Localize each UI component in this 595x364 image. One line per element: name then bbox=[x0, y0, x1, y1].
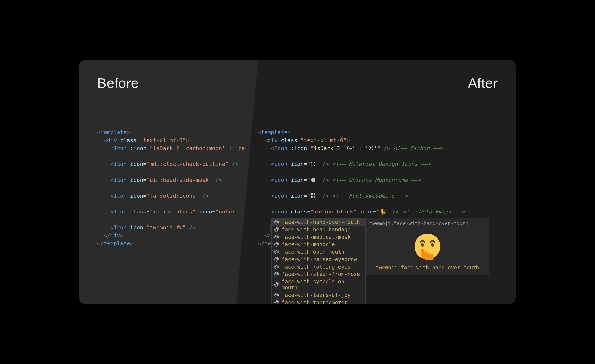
attr-div-class: text-xl mt-6 bbox=[143, 137, 182, 143]
svg-line-7 bbox=[369, 149, 370, 150]
expr-mid: ' : ' bbox=[352, 145, 368, 151]
autocomplete-popup[interactable]: face-with-hand-over-mouthface-with-head-… bbox=[271, 218, 366, 304]
tag-template: template bbox=[100, 129, 127, 135]
close-div-partial: </ bbox=[265, 232, 271, 239]
palette-icon bbox=[274, 235, 279, 240]
svg-point-52 bbox=[275, 302, 276, 302]
cat-emoji-icon: 🐈 bbox=[379, 209, 386, 215]
comment-carbon: Carbon bbox=[410, 145, 430, 151]
val-icon6: twemoji:fw bbox=[150, 224, 182, 231]
autocomplete-item-label: face-with-tears-of-joy bbox=[282, 292, 351, 298]
preview-emoji bbox=[366, 228, 489, 263]
svg-point-11 bbox=[311, 196, 313, 198]
autocomplete-item-label: face-with-monocle bbox=[282, 242, 335, 247]
svg-point-39 bbox=[277, 267, 278, 267]
svg-point-38 bbox=[277, 266, 278, 266]
val-icon3: uim:head-side-mask bbox=[150, 177, 209, 183]
autocomplete-item[interactable]: face-with-head-bandage bbox=[272, 226, 365, 233]
autocomplete-item[interactable]: face-with-steam-from-nose bbox=[272, 271, 365, 278]
code-before: <template> <div class="text-xl mt-6"> <I… bbox=[97, 121, 245, 247]
sun-icon bbox=[368, 145, 374, 151]
val-icon5-class: inline-block bbox=[153, 209, 192, 215]
autocomplete-item[interactable]: face-with-rolling-eyes bbox=[272, 263, 365, 271]
val-icon1: isDark ? 'carbon:moon' : 'ca bbox=[153, 145, 245, 151]
svg-point-41 bbox=[276, 273, 277, 273]
svg-point-49 bbox=[276, 294, 277, 294]
palette-icon bbox=[274, 293, 279, 298]
svg-point-21 bbox=[276, 236, 277, 236]
autocomplete-item-label: face-with-rolling-eyes bbox=[282, 264, 351, 270]
comment-noto: Noto Emoji bbox=[419, 209, 452, 215]
val-icon2: mdi:clock-check-outline bbox=[150, 161, 225, 167]
svg-point-18 bbox=[277, 229, 278, 229]
palette-icon bbox=[274, 220, 279, 225]
svg-point-23 bbox=[277, 237, 278, 238]
svg-point-43 bbox=[277, 274, 278, 275]
icon-preview-popup: twemoji:face-with-hand-over-mouth twemoj… bbox=[366, 218, 489, 275]
val-icon5: noto: bbox=[219, 209, 235, 215]
attr-icon-bind: :icon bbox=[130, 145, 146, 151]
icon5-class-after: inline-block bbox=[314, 209, 353, 215]
autocomplete-item[interactable]: face-with-hand-over-mouth bbox=[272, 218, 365, 226]
fa-icons-icon bbox=[310, 193, 316, 198]
palette-icon bbox=[274, 300, 279, 304]
val-icon4: fa-solid:icons bbox=[150, 193, 196, 199]
palette-icon bbox=[274, 282, 279, 287]
autocomplete-item[interactable]: face-with-symbols-on-mouth bbox=[272, 278, 365, 291]
svg-point-20 bbox=[275, 236, 276, 237]
svg-point-55 bbox=[277, 303, 278, 303]
svg-point-30 bbox=[277, 251, 278, 251]
svg-point-54 bbox=[277, 302, 278, 302]
palette-icon bbox=[274, 249, 279, 254]
autocomplete-item-label: face-with-raised-eyebrow bbox=[282, 256, 357, 262]
preview-header: twemoji:face-with-hand-over-mouth bbox=[366, 218, 489, 228]
autocomplete-item[interactable]: face-with-thermometer bbox=[272, 299, 365, 304]
svg-point-36 bbox=[275, 266, 276, 267]
autocomplete-item-label: face-with-hand-over-mouth bbox=[282, 219, 360, 225]
autocomplete-item[interactable]: face-with-open-mouth bbox=[272, 248, 365, 256]
autocomplete-item[interactable]: face-with-medical-mask bbox=[272, 233, 365, 241]
svg-point-58 bbox=[431, 243, 434, 247]
label-before: Before bbox=[97, 75, 139, 91]
svg-point-16 bbox=[275, 229, 276, 229]
svg-line-8 bbox=[372, 147, 373, 147]
svg-point-53 bbox=[276, 301, 277, 302]
comment-uim: Unicons MonoChrome bbox=[349, 177, 408, 183]
head-side-mask-icon bbox=[310, 177, 316, 182]
svg-point-44 bbox=[275, 284, 276, 284]
svg-point-13 bbox=[276, 221, 277, 221]
svg-point-37 bbox=[276, 266, 277, 266]
autocomplete-item-label: face-with-thermometer bbox=[282, 300, 348, 304]
svg-point-48 bbox=[275, 294, 276, 295]
svg-point-47 bbox=[277, 285, 278, 285]
close-tpl-partial: </te bbox=[258, 240, 271, 246]
autocomplete-item[interactable]: face-with-raised-eyebrow bbox=[272, 256, 365, 263]
label-after: After bbox=[468, 75, 498, 91]
comment-mdi: Material Design Icons bbox=[349, 161, 417, 167]
expr-suffix: ' bbox=[374, 145, 377, 151]
svg-point-12 bbox=[275, 221, 276, 222]
preview-label: twemoji:face-with-hand-over-mouth bbox=[366, 263, 489, 271]
autocomplete-item-label: face-with-steam-from-nose bbox=[282, 271, 360, 277]
svg-point-32 bbox=[275, 259, 276, 259]
svg-point-29 bbox=[276, 251, 277, 251]
svg-point-50 bbox=[277, 294, 278, 295]
palette-icon bbox=[274, 242, 279, 247]
comment-fa: Font Awesome 5 bbox=[349, 193, 394, 199]
palette-icon bbox=[274, 272, 279, 277]
svg-point-24 bbox=[275, 244, 276, 244]
svg-point-25 bbox=[276, 243, 277, 244]
svg-point-46 bbox=[277, 284, 278, 284]
svg-point-27 bbox=[277, 244, 278, 245]
svg-line-4 bbox=[372, 149, 373, 150]
svg-point-34 bbox=[277, 258, 278, 259]
autocomplete-item[interactable]: face-with-monocle bbox=[272, 241, 365, 248]
svg-point-35 bbox=[277, 259, 278, 260]
svg-point-57 bbox=[421, 243, 424, 247]
face-with-hand-over-mouth-icon bbox=[414, 233, 441, 260]
autocomplete-item[interactable]: face-with-tears-of-joy bbox=[272, 291, 365, 299]
svg-point-51 bbox=[277, 295, 278, 296]
svg-point-17 bbox=[276, 228, 277, 229]
svg-point-26 bbox=[277, 243, 278, 244]
palette-icon bbox=[274, 264, 279, 269]
